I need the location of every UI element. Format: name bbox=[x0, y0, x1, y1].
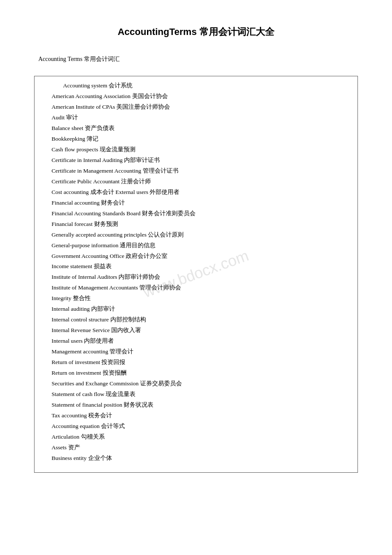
term-line: Institute of Management Accountants 管理会计… bbox=[52, 283, 349, 293]
term-line: Cash flow prospects 现金流量预测 bbox=[52, 145, 349, 155]
term-line: Statement of financial position 财务状况表 bbox=[52, 400, 349, 410]
term-line: Audit 审计 bbox=[52, 113, 349, 123]
term-line: American Institute of CPAs 美国注册会计师协会 bbox=[52, 102, 349, 113]
term-line: Bookkeepking 簿记 bbox=[52, 134, 349, 145]
term-line: Government Accounting Office 政府会计办公室 bbox=[52, 251, 349, 262]
term-line: Financial forecast 财务预测 bbox=[52, 219, 349, 230]
term-line: Certificate in Internal Auditing 内部审计证书 bbox=[52, 155, 349, 166]
term-line: Financial accounting 财务会计 bbox=[52, 198, 349, 208]
term-line: Statement of cash flow 现金流量表 bbox=[52, 389, 349, 400]
term-line: Balance sheet 资产负债表 bbox=[52, 123, 349, 134]
term-line: Accounting equation 会计等式 bbox=[52, 421, 349, 432]
term-line: Return of investment 投资回报 bbox=[52, 357, 349, 368]
terms-list: Accounting system 会计系统American Accountin… bbox=[52, 81, 349, 464]
term-line: Articulation 勾稽关系 bbox=[52, 432, 349, 442]
term-line: American Accounting Association 美国会计协会 bbox=[52, 91, 349, 102]
term-line: Internal Revenue Service 国内收入署 bbox=[52, 325, 349, 336]
term-line: Integrity 整合性 bbox=[52, 293, 349, 304]
term-line: Cost accounting 成本会计 External users 外部使用… bbox=[52, 187, 349, 198]
term-line: Internal users 内部使用者 bbox=[52, 336, 349, 347]
term-line: Generally accepted accounting principles… bbox=[52, 230, 349, 240]
term-line: Management accounting 管理会计 bbox=[52, 347, 349, 357]
content-box: www.bdocx.com Accounting system 会计系统Amer… bbox=[34, 76, 358, 473]
term-line: Internal control structure 内部控制结构 bbox=[52, 315, 349, 325]
term-line: Internal auditing 内部审计 bbox=[52, 304, 349, 315]
term-line: Securities and Exchange Commission 证券交易委… bbox=[52, 379, 349, 389]
term-line: Accounting system 会计系统 bbox=[52, 81, 349, 91]
term-line: Financial Accounting Standards Board 财务会… bbox=[52, 208, 349, 219]
term-line: General-purpose information 通用目的信息 bbox=[52, 240, 349, 251]
term-line: Institute of Internal Auditors 内部审计师协会 bbox=[52, 272, 349, 283]
page-title: AccountingTerms 常用会计词汇大全 bbox=[34, 26, 358, 38]
term-line: Certificate in Management Accounting 管理会… bbox=[52, 166, 349, 176]
term-line: Tax accounting 税务会计 bbox=[52, 410, 349, 421]
term-line: Business entity 企业个体 bbox=[52, 453, 349, 464]
term-line: Assets 资产 bbox=[52, 442, 349, 453]
term-line: Certificate Public Accountant 注册会计师 bbox=[52, 176, 349, 187]
term-line: Return on investment 投资报酬 bbox=[52, 368, 349, 379]
term-line: Income statement 损益表 bbox=[52, 261, 349, 272]
subtitle: Accounting Terms 常用会计词汇 bbox=[34, 55, 358, 63]
